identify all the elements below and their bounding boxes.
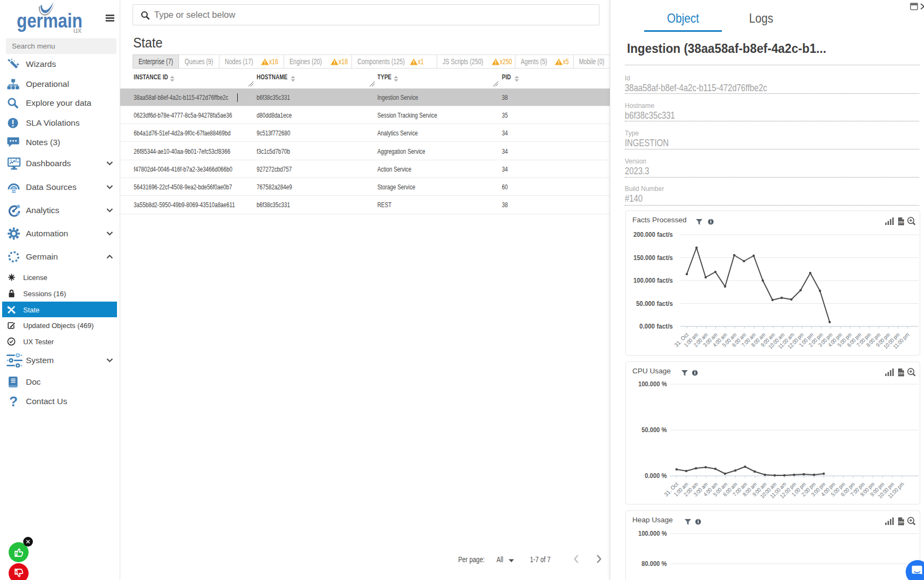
svg-text:200.000 fact/s: 200.000 fact/s: [633, 231, 673, 238]
svg-text:50.000 fact/s: 50.000 fact/s: [636, 300, 673, 308]
svg-text:80.000 %: 80.000 %: [642, 560, 667, 568]
svg-text:100.000 %: 100.000 %: [638, 380, 667, 388]
svg-text:0.000 fact/s: 0.000 fact/s: [639, 323, 673, 330]
svg-text:CSV: CSV: [899, 221, 904, 224]
svg-text:150.000 fact/s: 150.000 fact/s: [633, 254, 673, 262]
svg-text:CSV: CSV: [899, 521, 904, 524]
svg-text:100.000 fact/s: 100.000 fact/s: [633, 277, 673, 284]
svg-text:100.000 %: 100.000 %: [638, 530, 667, 537]
svg-text:0.000 %: 0.000 %: [645, 472, 667, 480]
svg-text:50.000 %: 50.000 %: [642, 426, 667, 434]
svg-text:CSV: CSV: [899, 372, 904, 375]
